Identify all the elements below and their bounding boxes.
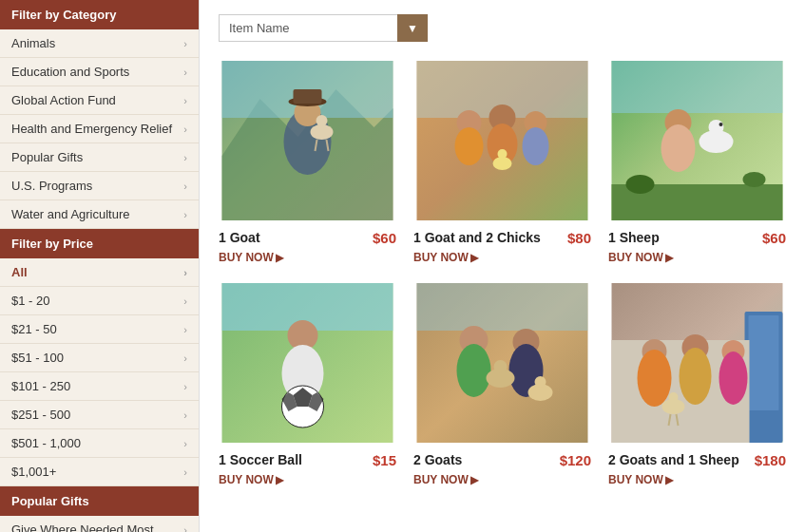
- sidebar-item-health-emergency[interactable]: Health and Emergency Relief ›: [0, 115, 199, 143]
- product-card-1-soccer-ball: 1 Soccer Ball $15 BUY NOW ▶: [219, 283, 396, 486]
- svg-point-24: [661, 124, 696, 172]
- sidebar-price-1001plus[interactable]: $1,001+ ›: [0, 458, 199, 486]
- product-image-1-soccer-ball: [219, 283, 396, 443]
- product-name: 1 Sheep: [608, 230, 762, 245]
- sidebar-item-label: $51 - 100: [11, 351, 64, 365]
- buy-now-label: BUY NOW: [608, 473, 663, 486]
- sidebar-item-label: All: [11, 265, 28, 279]
- product-card-1-goat-2-chicks: 1 Goat and 2 Chicks $80 BUY NOW ▶: [413, 61, 591, 264]
- product-price: $60: [373, 230, 396, 246]
- chevron-right-icon: ›: [183, 152, 187, 163]
- sidebar-price-21-50[interactable]: $21 - 50 ›: [0, 315, 199, 344]
- buy-now-label: BUY NOW: [413, 473, 469, 486]
- svg-point-42: [457, 344, 491, 397]
- chevron-right-icon: ›: [183, 267, 187, 278]
- product-image-2-goats-1-sheep: [608, 283, 786, 443]
- svg-point-56: [680, 348, 712, 405]
- svg-point-58: [719, 352, 748, 405]
- sidebar-price-51-100[interactable]: $51 - 100 ›: [0, 344, 199, 372]
- product-name: 2 Goats and 1 Sheep: [608, 452, 755, 467]
- svg-point-7: [311, 124, 334, 140]
- svg-point-48: [535, 376, 546, 388]
- sidebar-item-water-agriculture[interactable]: Water and Agriculture ›: [0, 200, 199, 229]
- svg-point-14: [455, 127, 484, 165]
- buy-now-button-2-goats[interactable]: BUY NOW ▶: [413, 473, 591, 486]
- buy-now-button-1-soccer-ball[interactable]: BUY NOW ▶: [219, 473, 396, 486]
- svg-rect-40: [417, 283, 588, 331]
- arrow-right-icon: ▶: [470, 252, 478, 264]
- sidebar-item-label: Education and Sports: [11, 65, 129, 79]
- sidebar-item-popular-gifts[interactable]: Popular Gifts ›: [0, 143, 199, 172]
- arrow-right-icon: ▶: [470, 474, 478, 486]
- svg-point-46: [494, 360, 508, 373]
- svg-rect-51: [749, 315, 779, 410]
- chevron-right-icon: ›: [183, 38, 187, 49]
- sidebar-item-label: $501 - 1,000: [11, 436, 81, 450]
- product-name: 1 Goat and 2 Chicks: [413, 230, 567, 245]
- buy-now-button-1-goat-2-chicks[interactable]: BUY NOW ▶: [413, 251, 591, 264]
- product-card-1-sheep: 1 Sheep $60 BUY NOW ▶: [608, 61, 786, 264]
- main-content: Item Name Price: Low to High Price: High…: [200, 0, 805, 532]
- sidebar-popular-give-where-needed[interactable]: Give Where Needed Most ›: [0, 516, 199, 532]
- sidebar-item-animals[interactable]: Animals ›: [0, 29, 199, 58]
- sidebar-item-label: $101 - 250: [11, 379, 70, 393]
- sidebar-price-101-250[interactable]: $101 - 250 ›: [0, 372, 199, 401]
- sidebar-price-501-1000[interactable]: $501 - 1,000 ›: [0, 429, 199, 458]
- product-price: $15: [373, 452, 396, 468]
- sidebar-item-label: $1 - 20: [11, 294, 49, 308]
- product-image-1-sheep: [608, 61, 786, 220]
- product-grid: 1 Goat $60 BUY NOW ▶: [219, 61, 786, 486]
- svg-point-18: [523, 127, 549, 165]
- buy-now-button-1-sheep[interactable]: BUY NOW ▶: [608, 251, 786, 264]
- buy-now-label: BUY NOW: [608, 251, 663, 264]
- sidebar-item-label: Give Where Needed Most: [11, 522, 154, 532]
- chevron-right-icon: ›: [183, 124, 187, 135]
- sidebar-item-label: Popular Gifts: [11, 150, 83, 164]
- product-info-row: 1 Sheep $60: [608, 230, 786, 246]
- sidebar-item-label: Water and Agriculture: [11, 207, 130, 221]
- buy-now-button-2-goats-1-sheep[interactable]: BUY NOW ▶: [608, 473, 786, 486]
- chevron-right-icon: ›: [183, 409, 187, 421]
- sidebar-item-label: $21 - 50: [11, 322, 57, 336]
- arrow-right-icon: ▶: [665, 474, 673, 486]
- svg-point-27: [719, 123, 723, 126]
- sidebar-item-education-sports[interactable]: Education and Sports ›: [0, 58, 199, 86]
- sidebar-item-label: Health and Emergency Relief: [11, 122, 172, 136]
- chevron-right-icon: ›: [183, 209, 187, 220]
- sidebar: Filter by Category Animals › Education a…: [0, 0, 200, 532]
- sort-select-wrapper: Item Name Price: Low to High Price: High…: [219, 14, 428, 42]
- svg-point-29: [626, 175, 655, 194]
- product-price: $60: [762, 230, 786, 246]
- product-name: 2 Goats: [413, 452, 560, 467]
- buy-now-button-1-goat[interactable]: BUY NOW ▶: [219, 251, 396, 264]
- product-info-row: 2 Goats $120: [413, 452, 591, 468]
- svg-point-54: [638, 350, 672, 407]
- svg-point-19: [493, 157, 512, 170]
- product-name: 1 Soccer Ball: [219, 452, 373, 467]
- popular-gifts-header: Popular Gifts: [0, 486, 199, 516]
- product-image-1-goat: [219, 61, 396, 220]
- product-image-2-goats: [413, 283, 591, 443]
- product-info-row: 2 Goats and 1 Sheep $180: [608, 452, 786, 468]
- sidebar-price-all[interactable]: All ›: [0, 258, 199, 287]
- svg-point-30: [743, 172, 766, 187]
- sidebar-item-global-action[interactable]: Global Action Fund ›: [0, 86, 199, 115]
- arrow-right-icon: ▶: [665, 252, 673, 264]
- arrow-right-icon: ▶: [276, 474, 283, 486]
- sort-select[interactable]: Item Name Price: Low to High Price: High…: [219, 14, 428, 42]
- sidebar-price-1-20[interactable]: $1 - 20 ›: [0, 287, 199, 315]
- price-filter-header: Filter by Price: [0, 229, 199, 258]
- sidebar-item-label: U.S. Programs: [11, 179, 92, 193]
- buy-now-label: BUY NOW: [413, 251, 469, 264]
- product-price: $80: [567, 230, 591, 246]
- buy-now-label: BUY NOW: [219, 473, 274, 486]
- sidebar-price-251-500[interactable]: $251 - 500 ›: [0, 401, 199, 429]
- chevron-right-icon: ›: [183, 352, 187, 364]
- chevron-right-icon: ›: [183, 466, 187, 478]
- svg-point-8: [316, 115, 328, 126]
- svg-point-26: [709, 120, 724, 135]
- arrow-right-icon: ▶: [276, 252, 283, 264]
- product-card-2-goats-1-sheep: 2 Goats and 1 Sheep $180 BUY NOW ▶: [608, 283, 786, 486]
- sidebar-item-us-programs[interactable]: U.S. Programs ›: [0, 172, 199, 200]
- chevron-right-icon: ›: [183, 381, 187, 392]
